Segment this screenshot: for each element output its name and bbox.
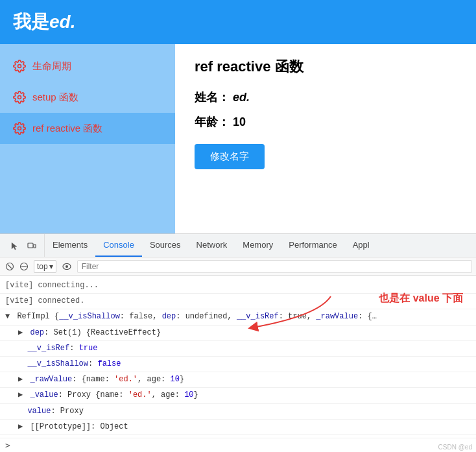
- sidebar: 生命周期 setup 函数 ref reactive 函数: [0, 44, 175, 233]
- expand-arrow-prototype[interactable]: [18, 422, 23, 431]
- content-name-field: 姓名： ed.: [195, 89, 457, 105]
- console-line-v-isshallow: __v_isShallow: false: [0, 357, 476, 372]
- console-line-value-proxy[interactable]: _value: Proxy {name: 'ed.', age: 10}: [0, 388, 476, 403]
- context-selector[interactable]: top ▾: [34, 260, 56, 273]
- content-age-value: 10: [233, 115, 246, 128]
- console-line-dep[interactable]: dep: Set(1) {ReactiveEffect}: [0, 326, 476, 341]
- console-prompt[interactable]: >: [0, 438, 476, 452]
- app-area: 生命周期 setup 函数 ref reactive 函数 ref reacti…: [0, 44, 476, 233]
- content-age-label: 年龄：: [195, 115, 230, 128]
- console-line-v-isref: __v_isRef: true: [0, 341, 476, 357]
- svg-rect-4: [34, 244, 36, 248]
- chevron-down-icon: ▾: [49, 262, 53, 271]
- sidebar-item-ref-reactive-label: ref reactive 函数: [32, 123, 102, 135]
- svg-point-0: [18, 65, 21, 68]
- devtools-filter-bar: top ▾: [0, 257, 476, 276]
- svg-point-2: [18, 127, 21, 130]
- filter-input[interactable]: [77, 260, 472, 273]
- clear-console-icon[interactable]: [4, 261, 16, 272]
- sidebar-item-setup-label: setup 函数: [32, 91, 78, 104]
- filter-icons-group: [4, 261, 30, 272]
- gear-icon-setup: [13, 91, 26, 104]
- devtools-icon-group: [3, 234, 45, 257]
- content-name-label: 姓名：: [195, 91, 230, 104]
- sidebar-item-setup[interactable]: setup 函数: [0, 82, 175, 113]
- content-name-value: ed.: [233, 91, 250, 104]
- modify-name-button[interactable]: 修改名字: [195, 144, 265, 169]
- console-line-refimpl[interactable]: RefImpl {__v_isShallow: false, dep: unde…: [0, 309, 476, 325]
- expand-arrow-dep[interactable]: [18, 328, 23, 337]
- devtools-tabs: Elements Console Sources Network Memory …: [45, 234, 473, 257]
- devtools-panel: Elements Console Sources Network Memory …: [0, 233, 476, 452]
- tab-console[interactable]: Console: [95, 234, 142, 257]
- console-line-value: value: Proxy: [0, 404, 476, 420]
- sidebar-item-lifecycle-label: 生命周期: [32, 60, 71, 73]
- tab-network[interactable]: Network: [189, 234, 235, 257]
- svg-rect-3: [28, 243, 33, 248]
- tab-memory[interactable]: Memory: [235, 234, 281, 257]
- expand-arrow-rawvalue[interactable]: [18, 375, 23, 384]
- content-age-field: 年龄： 10: [195, 114, 457, 130]
- tab-sources[interactable]: Sources: [142, 234, 189, 257]
- content-title: ref reactive 函数: [195, 57, 457, 77]
- device-toggle-icon[interactable]: [25, 239, 39, 253]
- cursor-icon[interactable]: [8, 239, 22, 253]
- svg-line-6: [8, 265, 12, 268]
- tab-performance[interactable]: Performance: [281, 234, 344, 257]
- expand-arrow-value-proxy[interactable]: [18, 390, 23, 399]
- sidebar-item-lifecycle[interactable]: 生命周期: [0, 51, 175, 82]
- console-line-rawvalue[interactable]: _rawValue: {name: 'ed.', age: 10}: [0, 372, 476, 388]
- block-icon[interactable]: [18, 261, 30, 272]
- svg-point-10: [65, 265, 68, 268]
- header-title: 我是ed.: [13, 10, 75, 34]
- svg-point-1: [18, 96, 21, 99]
- gear-icon-ref-reactive: [13, 122, 26, 135]
- console-line-prototype[interactable]: [[Prototype]]: Object: [0, 420, 476, 435]
- sidebar-item-ref-reactive[interactable]: ref reactive 函数: [0, 113, 175, 144]
- header: 我是ed.: [0, 0, 476, 44]
- annotation-text: 也是在 value 下面: [379, 290, 463, 307]
- tab-application[interactable]: Appl: [345, 234, 377, 257]
- eye-icon[interactable]: [60, 260, 73, 273]
- expand-arrow-refimpl[interactable]: [5, 312, 10, 321]
- gear-icon-lifecycle: [13, 60, 26, 73]
- devtools-toolbar: Elements Console Sources Network Memory …: [0, 234, 476, 257]
- content-area: ref reactive 函数 姓名： ed. 年龄： 10 修改名字: [175, 44, 476, 233]
- tab-elements[interactable]: Elements: [45, 234, 95, 257]
- console-output: [vite] connecting... [vite] connected. R…: [0, 276, 476, 438]
- watermark: CSDN @ed: [438, 444, 472, 451]
